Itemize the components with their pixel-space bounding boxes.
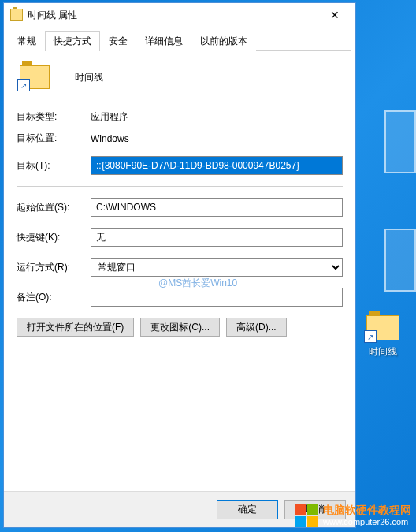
ok-button[interactable]: 确定 [217,500,278,519]
desktop-bg-decoration [384,110,416,173]
close-button[interactable]: ✕ [319,4,351,26]
target-label: 目标(T): [17,159,91,173]
brand-line2: www.computer26.com [323,517,411,526]
divider [17,186,343,187]
shortcut-name: 时间线 [75,71,103,84]
shortcut-key-label: 快捷键(K): [17,231,91,244]
run-select[interactable]: 常规窗口 [91,258,343,277]
tab-shortcut[interactable]: 快捷方式 [45,31,100,51]
brand-line1: 电脑软硬件教程网 [323,504,411,516]
target-type-value: 应用程序 [91,110,128,124]
shortcut-arrow-icon: ↗ [17,79,30,91]
brand-watermark: 电脑软硬件教程网 www.computer26.com [295,504,411,527]
shortcut-arrow-icon: ↗ [364,330,377,343]
target-input[interactable] [91,156,343,175]
shortcut-key-input[interactable] [91,228,343,247]
properties-dialog: 时间线 属性 ✕ 常规 快捷方式 安全 详细信息 以前的版本 ↗ 时间线 目标类… [3,2,356,528]
target-location-value: Windows [91,133,129,144]
run-label: 运行方式(R): [17,261,91,274]
windows-logo-icon [295,504,318,527]
titlebar[interactable]: 时间线 属性 ✕ [4,3,355,27]
start-in-input[interactable] [91,198,343,217]
open-file-location-button[interactable]: 打开文件所在的位置(F) [17,318,134,337]
desktop-bg-decoration [384,229,416,292]
target-type-label: 目标类型: [17,110,91,124]
tab-strip: 常规 快捷方式 安全 详细信息 以前的版本 [9,30,351,51]
target-location-label: 目标位置: [17,132,91,145]
desktop-shortcut-label: 时间线 [369,345,397,359]
tab-general[interactable]: 常规 [9,31,45,51]
change-icon-button[interactable]: 更改图标(C)... [140,318,220,337]
comment-label: 备注(O): [17,291,91,304]
window-title: 时间线 属性 [28,9,319,22]
folder-shortcut-icon: ↗ [366,315,399,340]
tab-previous-versions[interactable]: 以前的版本 [191,31,256,51]
tab-security[interactable]: 安全 [100,31,136,51]
comment-input[interactable] [91,288,343,307]
folder-shortcut-icon [10,9,23,21]
start-in-label: 起始位置(S): [17,201,91,214]
tab-details[interactable]: 详细信息 [136,31,191,51]
folder-shortcut-icon: ↗ [20,65,50,89]
tab-content: ↗ 时间线 目标类型: 应用程序 目标位置: Windows 目标(T): 起始… [4,51,355,491]
desktop-shortcut[interactable]: ↗ 时间线 [362,315,404,359]
advanced-button[interactable]: 高级(D)... [226,318,287,337]
